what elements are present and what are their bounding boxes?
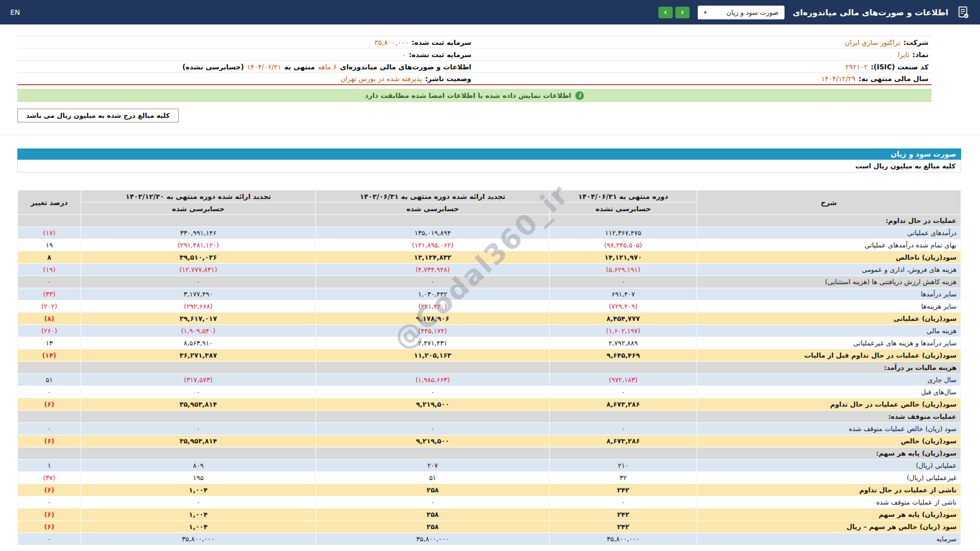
publisher-status-value: پذیرفته شده در بورس تهران — [340, 74, 422, 83]
col-subheader-audit-annual: حسابرسی شده — [81, 203, 315, 215]
row-value: ۰ — [18, 423, 81, 435]
row-label: سود(زیان) خالص — [697, 435, 961, 447]
row-value: (۱۹) — [18, 264, 81, 276]
row-label: هزینه کاهش ارزش دریافتنی ها (هزینه استثن… — [697, 276, 961, 288]
row-label: عملیاتی (ریال) — [697, 460, 961, 472]
amounts-note-wrap: کلیه مبالغ درج شده به میلیون ریال می باش… — [17, 109, 932, 122]
statement-row: سود (زیان) خالص عملیات متوقف شده۰۰۰۰ — [18, 423, 961, 435]
statement-row: سال جاری(۹۷۲,۱۸۳)(۱,۹۸۵,۶۶۳)(۳۱۷,۵۷۳)۵۱ — [18, 374, 961, 386]
row-value: (۱,۹۸۵,۶۶۳) — [315, 374, 549, 386]
row-value: ۹,۱۷۸,۹۰۶ — [315, 313, 549, 325]
signature-match-text: اطلاعات نمایش داده شده با اطلاعات امضا ش… — [365, 91, 572, 99]
period-line-duration: ۶ ماهه — [318, 63, 337, 71]
row-value: (۱۷) — [18, 227, 81, 239]
row-value: ۲,۷۹۲,۸۸۹ — [550, 337, 697, 349]
topbar: اطلاعات و صورت‌های مالی میاندوره‌ای صورت… — [0, 0, 980, 24]
row-value: ۱ — [18, 460, 81, 472]
statement-row: هزینه های فروش، اداری و عمومی(۵,۶۲۹,۱۹۱)… — [18, 264, 961, 276]
row-value — [81, 215, 315, 227]
statement-row: سایر درآمدها و هزینه های غیرعملیاتی۲,۷۹۲… — [18, 337, 961, 349]
row-value: ۳۵,۹۵۳,۸۱۴ — [81, 435, 315, 447]
row-value: ۰ — [315, 386, 549, 398]
statement-row: سود(زیان) پایه هر سهم۲۴۲۲۵۸۱,۰۰۴(۶) — [18, 509, 961, 521]
row-value: ۰ — [18, 533, 81, 545]
row-label: عملیات در حال تداوم: — [697, 215, 961, 227]
row-value: ۸,۶۷۳,۲۸۶ — [550, 398, 697, 411]
fiscal-year-value: ۱۴۰۴/۱۲/۲۹ — [821, 74, 855, 83]
row-value — [550, 447, 697, 460]
statement-row: ناشی از عملیات در حال تداوم۲۴۲۲۵۸۱,۰۰۴(۶… — [18, 484, 961, 496]
period-line-suffix: (حسابرسی نشده) — [182, 63, 244, 71]
row-value: ۰ — [18, 276, 81, 288]
row-value: ۰ — [81, 496, 315, 509]
row-value: (۷۲۹,۴۰۹) — [550, 300, 697, 313]
row-value: ۰ — [18, 496, 81, 509]
row-value: ۲۴۲ — [550, 509, 697, 521]
row-value: ۱,۰۰۴ — [81, 509, 315, 521]
row-value: ۹,۲۱۹,۵۰۰ — [315, 435, 549, 447]
row-value: ۲۹,۶۱۷,۰۱۷ — [81, 313, 315, 325]
row-value: ۱۳۵,۰۱۹,۸۹۴ — [315, 227, 549, 239]
row-label: سود(زیان) پایه هر سهم: — [697, 447, 961, 460]
statement-table: شرح دوره منتهی به ۱۴۰۴/۰۶/۳۱ تجدید ارائه… — [17, 190, 961, 545]
row-value: ۳۹,۵۱۰,۰۲۶ — [81, 252, 315, 264]
row-label: سود(زیان) عملیات در حال تداوم قبل از مال… — [697, 349, 961, 362]
statement-row: ناشی از عملیات متوقف شده۰۰۰۰ — [18, 496, 961, 509]
company-info-row: سال مالی منتهی به: ۱۴۰۴/۱۲/۲۹ وضعیت ناشر… — [17, 73, 932, 85]
statement-units-note: کلیه مبالغ به میلیون ریال است — [17, 160, 961, 172]
row-value: ۰ — [18, 386, 81, 398]
isic-label: کد صنعت (ISIC): — [871, 63, 928, 71]
section-header-row: عملیات متوقف شده: — [18, 411, 961, 423]
symbol-label: نماد: — [912, 51, 928, 59]
statement-row: سود(زیان) خالص عملیات در حال تداوم۸,۶۷۳,… — [18, 398, 961, 411]
row-label: ناشی از عملیات در حال تداوم — [697, 484, 961, 496]
previous-statement-button[interactable]: ‹ — [658, 7, 673, 18]
statement-table-body: عملیات در حال تداوم:درآمدهای عملیاتی۱۱۲,… — [18, 215, 961, 545]
row-value: (۲۹۲,۶۶۸) — [81, 300, 315, 313]
row-value: ۰ — [315, 276, 549, 288]
row-value: ۳۵,۸۰۰,۰۰۰ — [81, 533, 315, 545]
row-label: سود(زیان) ناخالص — [697, 252, 961, 264]
statement-row: بهای تمام شده درآمدهای عملیاتی(۹۸,۲۴۵,۵۰… — [18, 239, 961, 252]
row-value: ۲۴۲ — [550, 521, 697, 533]
language-toggle-en[interactable]: EN — [10, 8, 20, 16]
row-value: (۶) — [18, 484, 81, 496]
row-label: غیرعملیاتی (ریال) — [697, 472, 961, 484]
row-value: ۱۹۵ — [81, 472, 315, 484]
statement-row: سود(زیان) ناخالص۱۴,۱۲۱,۹۷۰۱۳,۱۲۴,۸۳۲۳۹,۵… — [18, 252, 961, 264]
row-value: ۳۲ — [550, 472, 697, 484]
statement-row: هزینه کاهش ارزش دریافتنی ها (هزینه استثن… — [18, 276, 961, 288]
row-value: ۲۵۸ — [315, 484, 549, 496]
topbar-right-group: اطلاعات و صورت‌های مالی میاندوره‌ای صورت… — [658, 6, 970, 19]
row-value: ۸۰۹ — [81, 460, 315, 472]
row-value: ۰ — [81, 423, 315, 435]
company-name-value: تراکتور سازي ایران — [845, 38, 900, 46]
row-value: (۳۷) — [18, 472, 81, 484]
period-line-prefix: اطلاعات و صورت‌های مالی میاندوره‌ای — [340, 63, 471, 71]
row-label: سود (زیان) خالص عملیات متوقف شده — [697, 423, 961, 435]
row-value: ۱,۰۳۰,۴۴۲ — [315, 288, 549, 300]
row-value: (۴,۷۳۴,۹۴۸) — [315, 264, 549, 276]
row-value — [81, 411, 315, 423]
row-value: ۳۵,۸۰۰,۰۰۰ — [315, 533, 549, 545]
row-value: ۶۹۱,۴۰۷ — [550, 288, 697, 300]
col-header-description: شرح — [697, 190, 961, 215]
next-statement-button[interactable]: › — [675, 7, 690, 18]
row-value: ۸,۵۶۳,۹۱۰ — [81, 337, 315, 349]
row-value: ۳۳۰,۹۹۱,۱۴۶ — [81, 227, 315, 239]
row-label: هزینه مالی — [697, 325, 961, 337]
row-value: ۸,۴۵۴,۷۷۷ — [550, 313, 697, 325]
period-line-date: ۱۴۰۴/۰۶/۳۱ — [247, 63, 281, 71]
row-label: درآمدهای عملیاتی — [697, 227, 961, 239]
row-value: (۵,۶۲۹,۱۹۱) — [550, 264, 697, 276]
row-value: (۹۷۲,۱۸۳) — [550, 374, 697, 386]
row-value: ۳,۱۷۷,۴۹۰ — [81, 288, 315, 300]
row-value: ۱۳,۱۲۴,۸۳۲ — [315, 252, 549, 264]
row-value: ۲۰۷ — [315, 460, 549, 472]
statement-title-bar: صورت سود و زیان — [17, 148, 961, 160]
col-subheader-audit-current: حسابرسی نشده — [550, 203, 697, 215]
row-value: ۱,۰۰۴ — [81, 484, 315, 496]
row-value: ۱,۰۰۴ — [81, 521, 315, 533]
statement-type-dropdown[interactable]: صورت سود و زیان ▾ — [698, 6, 785, 19]
row-value: ۸,۶۷۳,۲۸۶ — [550, 435, 697, 447]
